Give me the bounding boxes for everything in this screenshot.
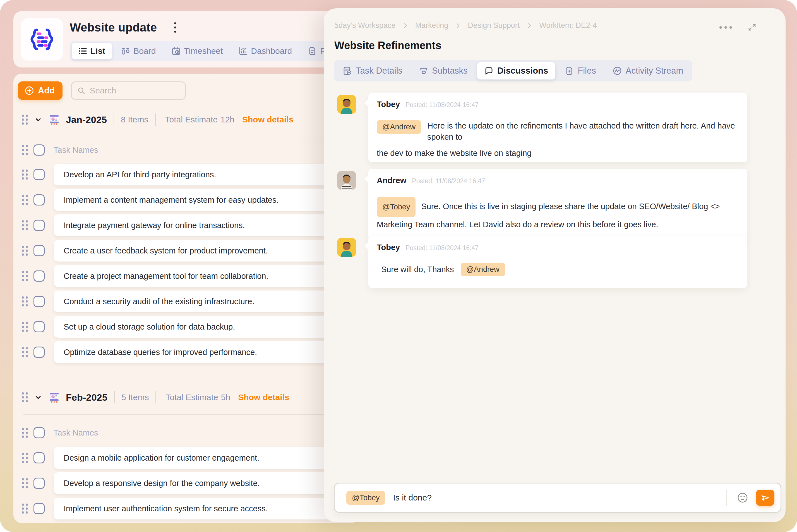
task-checkbox[interactable] — [34, 245, 44, 256]
send-button[interactable] — [756, 490, 774, 506]
select-all-checkbox[interactable] — [34, 427, 44, 438]
message-card: Tobey Posted: 11/08/2024 16:47 @Andrew H… — [368, 93, 747, 162]
task-row: Design a mobile application for customer… — [22, 447, 359, 469]
tab-dashboard[interactable]: Dashboard — [232, 43, 298, 59]
group-header-feb-2025: Feb-2025 5 Items Total Estimate 5h Show … — [22, 389, 359, 406]
task-row: Develop a responsive design for the comp… — [22, 472, 359, 494]
drag-handle-icon[interactable] — [22, 145, 28, 155]
task-checkbox[interactable] — [34, 194, 44, 206]
group-header-jan-2025: Jan-2025 8 Items Total Estimate 12h Show… — [22, 111, 359, 128]
drag-handle-icon[interactable] — [22, 392, 28, 402]
task-row: Develop an API for third-party integrati… — [22, 164, 359, 185]
task-checkbox[interactable] — [34, 452, 44, 463]
column-header-label: Task Names — [54, 146, 98, 155]
task-checkbox[interactable] — [34, 296, 44, 307]
timesheet-icon — [172, 47, 180, 55]
task-row: Create a user feedback system for produc… — [22, 240, 359, 262]
comment-composer[interactable]: @Tobey Is it done? — [334, 483, 781, 513]
tab-list[interactable]: List — [72, 43, 112, 59]
tab-timesheet[interactable]: Timesheet — [165, 43, 230, 59]
task-card[interactable]: Develop a responsive design for the comp… — [54, 472, 359, 494]
task-row: Set up a cloud storage solution for data… — [22, 316, 359, 338]
drag-handle-icon[interactable] — [22, 246, 28, 256]
task-checkbox[interactable] — [34, 321, 44, 332]
discussions-icon — [485, 66, 493, 75]
task-card[interactable]: Conduct a security audit of the existing… — [54, 290, 359, 312]
message-timestamp: Posted: 11/08/2024 16:47 — [412, 177, 485, 185]
show-details-link[interactable]: Show details — [238, 393, 289, 402]
message-card: Tobey Posted: 11/08/2024 16:47 Sure will… — [368, 235, 747, 288]
collapse-group-button[interactable] — [34, 393, 42, 401]
composer-input-text[interactable]: Is it done? — [393, 493, 431, 502]
drag-handle-icon[interactable] — [22, 271, 28, 281]
workitem-detail-panel: 5day’s Workspace Marketing Design Suppor… — [324, 8, 785, 522]
drag-handle-icon[interactable] — [22, 347, 28, 357]
task-checkbox[interactable] — [34, 347, 44, 358]
drag-handle-icon[interactable] — [22, 195, 28, 205]
task-card[interactable]: Develop an API for third-party integrati… — [54, 164, 359, 185]
drag-handle-icon[interactable] — [22, 428, 28, 438]
breadcrumb-workspace[interactable]: 5day’s Workspace — [334, 21, 396, 30]
more-options-icon[interactable] — [717, 24, 734, 31]
message-timestamp: Posted: 11/08/2024 16:47 — [405, 244, 478, 252]
mention-chip[interactable]: @Tobey — [346, 491, 385, 505]
task-checkbox[interactable] — [34, 270, 44, 282]
add-task-button[interactable]: Add — [18, 81, 62, 100]
select-all-checkbox[interactable] — [34, 145, 44, 156]
drag-handle-icon[interactable] — [22, 322, 28, 332]
task-checkbox[interactable] — [34, 169, 44, 180]
avatar-tobey — [337, 238, 356, 257]
tab-subtasks[interactable]: Subtasks — [412, 62, 475, 79]
search-field[interactable] — [71, 81, 186, 100]
tab-discussions[interactable]: Discussions — [477, 62, 556, 79]
task-card[interactable]: Set up a cloud storage solution for data… — [54, 316, 359, 338]
group-estimate-label: Total Estimate — [165, 115, 218, 125]
drag-handle-icon[interactable] — [22, 504, 28, 514]
message-author: Tobey — [377, 100, 400, 109]
message-text: Here is the update on the refinements I … — [427, 120, 738, 142]
view-tab-bar: List Board Timesheet — [70, 41, 353, 61]
mention-chip[interactable]: @Tobey — [377, 197, 416, 217]
group-item-count: 5 Items — [121, 393, 149, 402]
tab-activity-stream[interactable]: Activity Stream — [605, 62, 691, 79]
subtasks-icon — [419, 66, 428, 75]
collapse-group-button[interactable] — [34, 115, 42, 124]
task-card[interactable]: Design a mobile application for customer… — [54, 447, 359, 469]
task-card[interactable]: Integrate payment gateway for online tra… — [54, 214, 359, 236]
expand-icon[interactable] — [746, 22, 758, 33]
drag-handle-icon[interactable] — [22, 297, 28, 306]
project-logo-tile — [21, 18, 63, 60]
drag-handle-icon[interactable] — [22, 478, 28, 488]
drag-handle-icon[interactable] — [22, 170, 28, 179]
task-card[interactable]: Implement a content management system fo… — [54, 189, 359, 211]
mention-chip[interactable]: @Andrew — [461, 263, 505, 276]
task-card[interactable]: Create a project management tool for tea… — [54, 265, 359, 287]
task-card[interactable]: Optimize database queries for improved p… — [54, 341, 359, 363]
search-input[interactable] — [90, 86, 179, 95]
task-checkbox[interactable] — [34, 478, 44, 489]
breadcrumb-design-support[interactable]: Design Support — [468, 21, 520, 30]
drag-handle-icon[interactable] — [22, 220, 28, 230]
tab-board[interactable]: Board — [115, 43, 162, 59]
task-card[interactable]: Create a user feedback system for produc… — [54, 240, 359, 262]
breadcrumb-workitem[interactable]: WorkItem: DE2-4 — [539, 21, 597, 30]
mention-chip[interactable]: @Andrew — [377, 120, 421, 134]
presentation-board-icon — [49, 114, 60, 125]
project-menu-kebab-icon[interactable] — [173, 21, 178, 34]
message-text: Sure. Once this is live in staging pleas… — [377, 202, 720, 229]
tab-dashboard-label: Dashboard — [251, 46, 292, 56]
task-checkbox[interactable] — [34, 220, 44, 231]
column-header-row: Task Names — [22, 424, 359, 441]
drag-handle-icon[interactable] — [22, 453, 28, 463]
show-details-link[interactable]: Show details — [242, 115, 293, 125]
tab-subtasks-label: Subtasks — [432, 66, 468, 76]
breadcrumb-chevron-icon — [455, 23, 461, 29]
emoji-icon[interactable] — [737, 492, 749, 504]
task-row: Implement a content management system fo… — [22, 189, 359, 211]
tab-files[interactable]: Files — [558, 62, 603, 79]
breadcrumb-marketing[interactable]: Marketing — [415, 21, 449, 30]
tab-task-details[interactable]: Task Details — [336, 62, 410, 79]
task-checkbox[interactable] — [34, 503, 44, 514]
drag-handle-icon[interactable] — [22, 115, 28, 125]
task-card[interactable]: Implement user authentication system for… — [54, 498, 359, 519]
